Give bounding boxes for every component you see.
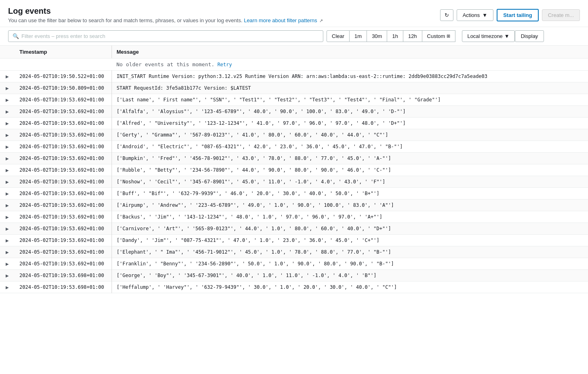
time-30m-button[interactable]: 30m <box>367 30 387 42</box>
col-timestamp: Timestamp <box>15 46 112 59</box>
table-row: ▶ 2024-05-02T10:19:53.692+01:00 ['Alfalf… <box>0 106 588 118</box>
table-row: ▶ 2024-05-02T10:19:53.692+01:00 ['Alfred… <box>0 118 588 129</box>
table-row: ▶ 2024-05-02T10:19:53.692+01:00 ['Gerty'… <box>0 129 588 141</box>
row-timestamp: 2024-05-02T10:19:53.698+01:00 <box>15 282 112 293</box>
table-row: ▶ 2024-05-02T10:19:53.692+01:00 ['Backus… <box>0 211 588 223</box>
row-timestamp: 2024-05-02T10:19:50.522+01:00 <box>15 71 112 82</box>
start-tailing-label: Start tailing <box>503 12 532 18</box>
timezone-label: Local timezone <box>467 33 502 39</box>
row-expand-icon[interactable]: ▶ <box>0 246 15 258</box>
row-message: ['Alfalfa', ' 'Aloysius"', ' '123-45-678… <box>112 106 588 118</box>
row-message: ['Noshow', ' 'Cecil"', ' '345-67-8901"',… <box>112 176 588 188</box>
learn-more-link[interactable]: Learn more about filter patterns <box>244 17 317 23</box>
search-container: 🔍 <box>8 30 323 42</box>
row-expand-icon[interactable]: ▶ <box>0 200 15 211</box>
row-expand-icon[interactable]: ▶ <box>0 176 15 188</box>
row-timestamp: 2024-05-02T10:19:53.698+01:00 <box>15 270 112 282</box>
row-timestamp: 2024-05-02T10:19:53.692+01:00 <box>15 94 112 106</box>
table-header-row: Timestamp Message <box>0 46 588 59</box>
header-actions: ↻ Actions ▼ Start tailing Create m... <box>440 9 580 21</box>
table-row: ▶ 2024-05-02T10:19:53.692+01:00 ['Airpum… <box>0 200 588 211</box>
no-events-timestamp <box>15 59 112 71</box>
row-expand-icon[interactable]: ▶ <box>0 258 15 270</box>
row-expand-icon[interactable]: ▶ <box>0 118 15 129</box>
time-12h-button[interactable]: 12h <box>403 30 422 42</box>
display-button[interactable]: Display <box>515 30 544 42</box>
custom-label: Custom <box>427 33 445 39</box>
row-expand-icon[interactable]: ▶ <box>0 188 15 200</box>
table-row: ▶ 2024-05-02T10:19:53.692+01:00 ['Carniv… <box>0 223 588 235</box>
row-timestamp: 2024-05-02T10:19:50.809+01:00 <box>15 82 112 94</box>
row-expand-icon[interactable]: ▶ <box>0 94 15 106</box>
row-message: ['Buff', ' "Bif"', ' '632-79-9939"', ' 4… <box>112 188 588 200</box>
row-message: ['Bumpkin', ' 'Fred"', ' '456-78-9012"',… <box>112 153 588 164</box>
timezone-button[interactable]: Local timezone ▼ <box>462 30 514 42</box>
table-row: ▶ 2024-05-02T10:19:53.692+01:00 ['Dandy'… <box>0 235 588 246</box>
actions-chevron-icon: ▼ <box>482 12 487 18</box>
table-row: ▶ 2024-05-02T10:19:53.692+01:00 ['Elepha… <box>0 246 588 258</box>
row-expand-icon[interactable]: ▶ <box>0 235 15 246</box>
table-row: ▶ 2024-05-02T10:19:50.809+01:00 START Re… <box>0 82 588 94</box>
row-message: ['Alfred', ' "University"', ' '123-12-12… <box>112 118 588 129</box>
no-events-message: No older events at this moment. Retry <box>112 59 588 71</box>
no-events-expand <box>0 59 15 71</box>
actions-button[interactable]: Actions ▼ <box>457 9 494 21</box>
row-expand-icon[interactable]: ▶ <box>0 129 15 141</box>
refresh-button[interactable]: ↻ <box>440 9 453 21</box>
row-expand-icon[interactable]: ▶ <box>0 71 15 82</box>
row-expand-icon[interactable]: ▶ <box>0 223 15 235</box>
row-message: INIT_START Runtime Version: python:3.12.… <box>112 71 588 82</box>
row-timestamp: 2024-05-02T10:19:53.692+01:00 <box>15 223 112 235</box>
log-table-container: Timestamp Message No older events at thi… <box>0 46 588 293</box>
external-link-icon: ↗ <box>319 18 323 23</box>
page-container: Log events You can use the filter bar be… <box>0 0 588 293</box>
no-events-row: No older events at this moment. Retry <box>0 59 588 71</box>
row-timestamp: 2024-05-02T10:19:53.692+01:00 <box>15 153 112 164</box>
row-message: ['Franklin', ' "Benny"', ' '234-56-2890"… <box>112 258 588 270</box>
table-row: ▶ 2024-05-02T10:19:53.692+01:00 ['Noshow… <box>0 176 588 188</box>
table-row: ▶ 2024-05-02T10:19:53.692+01:00 ['Bumpki… <box>0 153 588 164</box>
search-input[interactable] <box>21 31 319 42</box>
header-left: Log events You can use the filter bar be… <box>8 6 323 23</box>
table-row: ▶ 2024-05-02T10:19:53.692+01:00 ['Rubble… <box>0 164 588 176</box>
row-expand-icon[interactable]: ▶ <box>0 282 15 293</box>
row-message: ['Airpump', ' 'Andrew"', ' '223-45-6789"… <box>112 200 588 211</box>
custom-grid-icon: ⊞ <box>447 34 450 39</box>
row-expand-icon[interactable]: ▶ <box>0 153 15 164</box>
search-icon: 🔍 <box>13 33 19 39</box>
page-header: Log events You can use the filter bar be… <box>0 0 588 27</box>
time-1h-button[interactable]: 1h <box>387 30 403 42</box>
row-timestamp: 2024-05-02T10:19:53.692+01:00 <box>15 258 112 270</box>
row-timestamp: 2024-05-02T10:19:53.692+01:00 <box>15 188 112 200</box>
table-row: ▶ 2024-05-02T10:19:53.692+01:00 ['Androi… <box>0 141 588 153</box>
row-expand-icon[interactable]: ▶ <box>0 141 15 153</box>
row-expand-icon[interactable]: ▶ <box>0 211 15 223</box>
row-expand-icon[interactable]: ▶ <box>0 164 15 176</box>
row-timestamp: 2024-05-02T10:19:53.692+01:00 <box>15 141 112 153</box>
time-1m-button[interactable]: 1m <box>350 30 367 42</box>
clear-button[interactable]: Clear <box>327 30 350 42</box>
row-timestamp: 2024-05-02T10:19:53.692+01:00 <box>15 164 112 176</box>
start-tailing-button[interactable]: Start tailing <box>497 9 539 21</box>
toolbar: 🔍 Clear 1m 30m 1h 12h Custom ⊞ <box>0 27 588 46</box>
row-expand-icon[interactable]: ▶ <box>0 270 15 282</box>
col-message: Message <box>112 46 588 59</box>
col-expand <box>0 46 15 59</box>
row-timestamp: 2024-05-02T10:19:53.692+01:00 <box>15 211 112 223</box>
row-expand-icon[interactable]: ▶ <box>0 106 15 118</box>
create-button: Create m... <box>542 9 580 21</box>
row-message: ['George', ' 'Boy"', ' '345-67-3901"', '… <box>112 270 588 282</box>
row-expand-icon[interactable]: ▶ <box>0 82 15 94</box>
header-description: You can use the filter bar below to sear… <box>8 17 323 23</box>
row-message: ['Android', ' "Electric"', ' "087-65-432… <box>112 141 588 153</box>
row-timestamp: 2024-05-02T10:19:53.692+01:00 <box>15 235 112 246</box>
row-message: ['Backus', ' 'Jim"', ' '143-12-1234"', '… <box>112 211 588 223</box>
table-row: ▶ 2024-05-02T10:19:50.522+01:00 INIT_STA… <box>0 71 588 82</box>
display-label: Display <box>521 33 538 39</box>
retry-link[interactable]: Retry <box>217 62 232 67</box>
create-label: Create m... <box>548 12 574 18</box>
actions-label: Actions <box>463 12 480 18</box>
time-filters: Clear 1m 30m 1h 12h Custom ⊞ <box>327 30 455 42</box>
row-timestamp: 2024-05-02T10:19:53.692+01:00 <box>15 200 112 211</box>
custom-button[interactable]: Custom ⊞ <box>422 30 456 42</box>
